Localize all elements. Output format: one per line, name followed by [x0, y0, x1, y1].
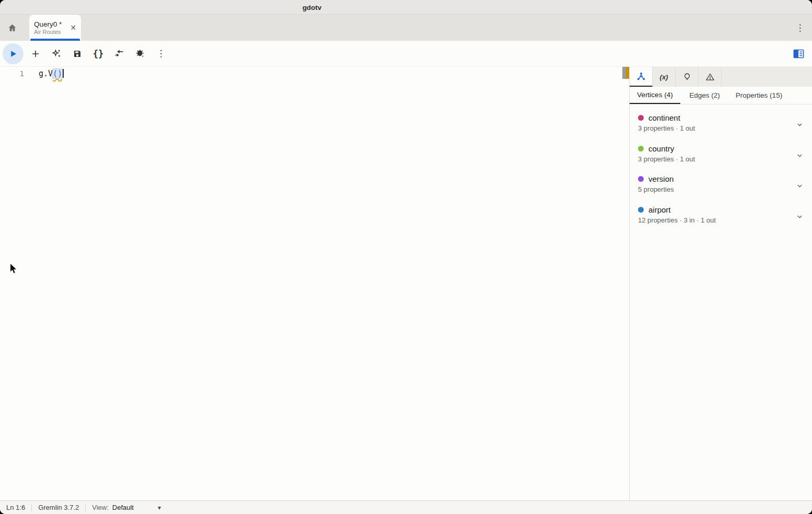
tab-edges[interactable]: Edges (2) [680, 87, 729, 104]
view-label: View: [92, 504, 109, 511]
mouse-cursor [9, 263, 18, 275]
new-query-button[interactable] [25, 43, 46, 64]
vertex-row-continent[interactable]: continent 3 properties · 1 out [630, 112, 812, 143]
tab-variables[interactable]: (x) [653, 67, 676, 87]
save-icon [73, 49, 82, 59]
plus-icon [31, 49, 40, 59]
vertex-color-dot [638, 115, 644, 121]
vertex-meta: 3 properties · 1 out [638, 124, 804, 132]
vertex-meta: 12 properties · 3 in · 1 out [638, 216, 804, 224]
play-icon [8, 49, 18, 59]
variables-icon: (x) [660, 73, 668, 81]
status-bar: Ln 1:6 Gremlin 3.7.2 View: Default ▾ [0, 500, 812, 514]
chevron-down-icon[interactable] [796, 182, 804, 190]
chevron-down-icon[interactable] [796, 121, 804, 128]
title-bar: gdotv [0, 0, 812, 15]
schema-side-panel: (x) [630, 67, 812, 500]
vertex-label: version [648, 174, 674, 183]
save-query-button[interactable] [67, 43, 88, 64]
vertex-row-country[interactable]: country 3 properties · 1 out [630, 143, 812, 174]
chevron-down-icon[interactable] [796, 213, 804, 220]
tab-bar-spacer [81, 15, 788, 41]
tab-query0[interactable]: Query0 * Air Routes ✕ [29, 15, 81, 41]
code-brackets-highlight: () [53, 69, 62, 78]
query-toolbar: {} ⋮ [0, 41, 812, 67]
query-more-options-button[interactable]: ⋮ [150, 43, 171, 64]
merge-arrows-button[interactable] [109, 43, 130, 64]
format-query-button[interactable]: {} [88, 43, 109, 64]
toggle-side-panel-button[interactable] [787, 43, 810, 64]
ai-assistant-button[interactable] [46, 43, 67, 64]
tab-subtitle: Air Routes [34, 29, 69, 35]
tab-title: Query0 * [34, 20, 69, 28]
warning-triangle-icon [705, 73, 715, 81]
view-selector[interactable]: View: Default ▾ [86, 504, 167, 511]
vertex-color-dot [638, 146, 644, 151]
app-window: gdotv Query0 * Air Routes ✕ ⋮ [0, 0, 812, 514]
icon-tabs-filler [722, 67, 812, 87]
tab-close-icon[interactable]: ✕ [68, 23, 78, 32]
query-editor[interactable]: 1 g.V() [0, 67, 629, 500]
graph-schema-icon [636, 72, 646, 81]
editor-line-1[interactable]: 1 g.V() [0, 68, 629, 79]
tab-vertices[interactable]: Vertices (4) [630, 87, 680, 104]
overview-ruler-warning-mark [626, 67, 629, 79]
vertex-color-dot [638, 176, 644, 182]
vertex-label: airport [648, 205, 671, 214]
debug-query-button[interactable] [130, 43, 150, 64]
merge-arrows-icon [114, 49, 124, 59]
vertex-meta: 3 properties · 1 out [638, 155, 804, 163]
view-value: Default [112, 504, 134, 511]
tab-suggestions[interactable] [676, 67, 699, 87]
vertex-label: country [648, 144, 674, 153]
tab-properties[interactable]: Properties (15) [729, 87, 789, 104]
gremlin-version: Gremlin 3.7.2 [32, 504, 85, 511]
vertex-color-dot [638, 207, 644, 213]
curly-braces-icon: {} [93, 49, 103, 59]
tab-bar: Query0 * Air Routes ✕ ⋮ [0, 15, 812, 41]
tab-warnings[interactable] [699, 67, 722, 87]
vertex-list: continent 3 properties · 1 out country 3… [630, 104, 812, 500]
panel-icon-tabs: (x) [630, 67, 812, 87]
overview-ruler-cursor-mark [622, 67, 626, 79]
schema-tabs: Vertices (4) Edges (2) Properties (15) [630, 87, 812, 104]
main-area: 1 g.V() [0, 67, 812, 500]
code-before-brackets: g.V [39, 69, 53, 78]
vertex-row-version[interactable]: version 5 properties [630, 173, 812, 204]
line-number: 1 [0, 69, 24, 78]
home-icon [7, 23, 17, 33]
chevron-down-icon[interactable] [796, 151, 804, 159]
text-caret [63, 69, 64, 78]
lightbulb-icon [683, 72, 691, 81]
sparkles-icon [51, 49, 62, 59]
cursor-position: Ln 1:6 [0, 504, 31, 511]
tab-graph-schema[interactable] [630, 67, 653, 87]
run-query-button[interactable] [3, 43, 24, 64]
vertex-row-airport[interactable]: airport 12 properties · 3 in · 1 out [630, 204, 812, 235]
app-title: gdotv [303, 3, 322, 11]
bug-icon [135, 49, 145, 59]
vertex-label: continent [648, 113, 680, 122]
window-menu-button[interactable]: ⋮ [788, 15, 812, 41]
view-caret-down-icon: ▾ [158, 504, 161, 511]
side-panel-icon [793, 49, 804, 59]
home-button[interactable] [0, 15, 24, 41]
code-text: g.V() [39, 69, 64, 78]
vertex-meta: 5 properties [638, 185, 804, 193]
